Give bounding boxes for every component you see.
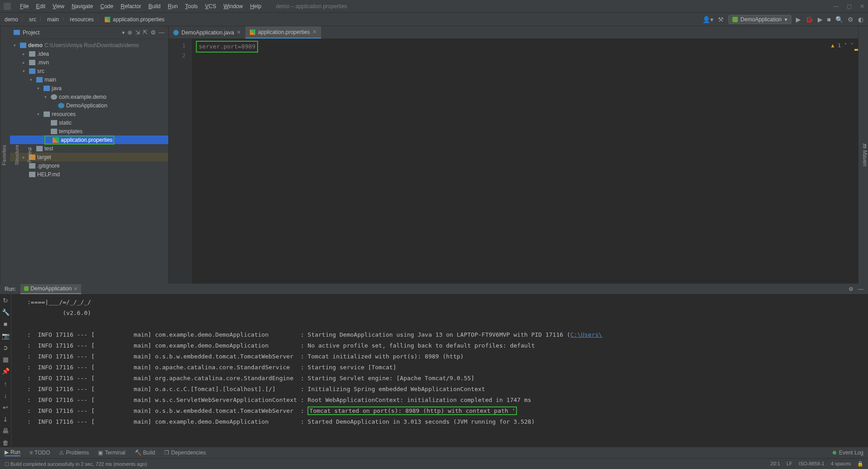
- view-mode-icon[interactable]: ▾: [122, 29, 125, 36]
- tool-tab-maven[interactable]: Maven: [862, 150, 868, 166]
- expand-all-icon[interactable]: ⇲: [135, 29, 140, 36]
- rerun-icon[interactable]: ↻: [3, 297, 8, 304]
- updates-icon[interactable]: ⚙: [848, 16, 853, 23]
- file-link[interactable]: C:\Users\: [570, 331, 602, 338]
- hide-panel-icon[interactable]: —: [159, 29, 165, 36]
- menu-edit[interactable]: Edit: [32, 3, 49, 10]
- tree-row[interactable]: ▾ resources: [10, 110, 168, 118]
- breadcrumb-item[interactable]: src: [29, 16, 36, 23]
- tree-row[interactable]: HELP.md: [10, 170, 168, 179]
- menu-navigate[interactable]: Navigate: [68, 3, 97, 10]
- maximize-icon[interactable]: ▢: [847, 3, 852, 10]
- menu-run[interactable]: Run: [164, 3, 181, 10]
- tree-row[interactable]: ▸ .idea: [10, 49, 168, 58]
- exit-icon[interactable]: ➲: [3, 344, 8, 351]
- hide-run-icon[interactable]: —: [858, 286, 863, 292]
- menu-view[interactable]: View: [49, 3, 68, 10]
- event-log-button[interactable]: Event Log: [839, 450, 863, 456]
- close-tab-icon[interactable]: ✕: [73, 286, 78, 292]
- up-icon[interactable]: ↑: [4, 380, 7, 387]
- tree-row[interactable]: DemoApplication: [10, 101, 168, 110]
- minimize-icon[interactable]: —: [833, 3, 839, 10]
- editor-tab[interactable]: DemoApplication.java✕: [169, 26, 245, 39]
- menu-code[interactable]: Code: [97, 3, 117, 10]
- prev-highlight-icon[interactable]: ˄: [844, 41, 847, 51]
- bottom-tab-problems[interactable]: ⚠ Problems: [59, 450, 89, 456]
- tree-row[interactable]: ▸ .mvn: [10, 58, 168, 67]
- tree-row[interactable]: ▸ test: [10, 144, 168, 153]
- tree-row[interactable]: ▾ main: [10, 75, 168, 84]
- tree-row[interactable]: static: [10, 118, 168, 127]
- menu-vcs[interactable]: VCS: [201, 3, 220, 10]
- lock-icon[interactable]: 🔒: [857, 461, 863, 467]
- tree-row[interactable]: ▾ src: [10, 67, 168, 75]
- coverage-icon[interactable]: ▶: [818, 16, 823, 23]
- run-icon[interactable]: ▶: [796, 16, 801, 23]
- down-icon[interactable]: ↓: [4, 392, 7, 399]
- right-tool-strip[interactable]: m Maven: [858, 26, 868, 284]
- breadcrumb-item[interactable]: main: [47, 16, 59, 23]
- tree-row[interactable]: .gitignore: [10, 161, 168, 170]
- tree-row[interactable]: templates: [10, 127, 168, 135]
- bottom-tab-dependencies[interactable]: ❒ Dependencies: [164, 450, 206, 456]
- encoding[interactable]: ISO-8859-1: [799, 461, 824, 467]
- close-tab-icon[interactable]: ✕: [312, 29, 317, 35]
- tool-tab-structure[interactable]: Structure: [13, 143, 20, 167]
- caret-position[interactable]: 20:1: [770, 461, 780, 467]
- bottom-tab-todo[interactable]: ≡ TODO: [29, 450, 50, 456]
- run-tab[interactable]: DemoApplication ✕: [20, 284, 81, 294]
- line-ending[interactable]: LF: [786, 461, 792, 467]
- run-settings-icon[interactable]: ⚙: [848, 286, 853, 292]
- locate-icon[interactable]: ⊕: [127, 29, 132, 36]
- breadcrumb-item[interactable]: application.properties: [113, 16, 165, 23]
- menu-help[interactable]: Help: [246, 3, 265, 10]
- navigation-bar: demo〉src〉main〉resources〉application.prop…: [0, 13, 868, 26]
- tree-row[interactable]: ▾ demo C:\Users\Amiya Rout\Downloads\dem…: [10, 41, 168, 49]
- hammer-icon[interactable]: ⚒: [718, 16, 724, 23]
- scroll-end-icon[interactable]: ⤓: [3, 416, 8, 423]
- layout-icon[interactable]: ▦: [3, 356, 9, 363]
- menu-refactor[interactable]: Refactor: [117, 3, 145, 10]
- menu-tools[interactable]: Tools: [181, 3, 201, 10]
- bottom-tab-run[interactable]: ▶ Run: [5, 449, 20, 456]
- run-config-selector[interactable]: DemoApplication ▾: [728, 15, 791, 24]
- editor-inspections[interactable]: ▲ 1 ˄ ˅: [831, 41, 853, 51]
- search-icon[interactable]: 🔍: [835, 16, 843, 23]
- editor-tab[interactable]: application.properties✕: [245, 26, 321, 39]
- pin-icon[interactable]: 📌: [2, 367, 10, 375]
- avatar-icon[interactable]: ◐: [858, 16, 863, 23]
- menu-window[interactable]: Window: [220, 3, 247, 10]
- clear-icon[interactable]: 🗑: [2, 439, 9, 446]
- dump-threads-icon[interactable]: 📷: [2, 332, 10, 339]
- warning-stripe[interactable]: [854, 49, 858, 51]
- tree-row[interactable]: ▾ java: [10, 84, 168, 92]
- tool-tab-favorites[interactable]: Favorites: [0, 143, 8, 167]
- stop-run-icon[interactable]: ■: [4, 320, 7, 328]
- bottom-tab-build[interactable]: 🔨 Build: [135, 450, 156, 456]
- breadcrumb-item[interactable]: resources: [70, 16, 94, 23]
- soft-wrap-icon[interactable]: ↩: [3, 404, 8, 411]
- wrench-icon[interactable]: 🔧: [2, 309, 10, 316]
- collapse-all-icon[interactable]: ⇱: [143, 29, 148, 36]
- close-tab-icon[interactable]: ✕: [237, 29, 241, 35]
- code-area[interactable]: server.port=8989 ▲ 1 ˄ ˅: [191, 39, 858, 284]
- status-widgets-icon[interactable]: ▢: [5, 461, 9, 467]
- breadcrumb-item[interactable]: demo: [5, 16, 18, 23]
- tree-row[interactable]: ▸ target: [10, 153, 168, 161]
- stop-icon[interactable]: ■: [827, 16, 831, 23]
- settings-icon[interactable]: ⚙: [151, 29, 156, 36]
- tool-tab-project[interactable]: Project: [26, 145, 33, 164]
- menu-build[interactable]: Build: [145, 3, 164, 10]
- bottom-tab-terminal[interactable]: ▣ Terminal: [98, 450, 125, 456]
- print-icon[interactable]: 🖶: [2, 427, 9, 435]
- indent-info[interactable]: 4 spaces: [831, 461, 851, 467]
- next-highlight-icon[interactable]: ˅: [851, 41, 853, 51]
- menu-file[interactable]: File: [16, 3, 32, 10]
- tree-row[interactable]: application.properties: [10, 135, 168, 144]
- project-tree[interactable]: ▾ demo C:\Users\Amiya Rout\Downloads\dem…: [10, 39, 168, 180]
- tree-row[interactable]: ▾ com.example.demo: [10, 92, 168, 101]
- debug-icon[interactable]: 🐞: [805, 16, 813, 23]
- console-output[interactable]: :====|___/=/_/_/_/ (v2.6.0) : INFO 17116…: [23, 294, 868, 449]
- user-icon[interactable]: 👤▾: [702, 16, 713, 23]
- close-icon[interactable]: ✕: [860, 3, 864, 10]
